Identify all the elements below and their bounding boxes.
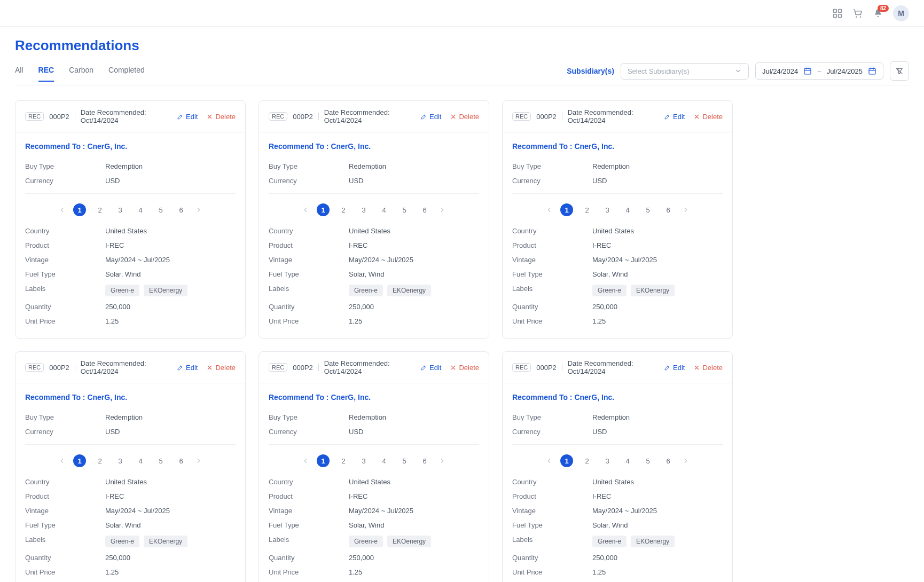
edit-button[interactable]: Edit	[177, 364, 198, 372]
pager-page-3[interactable]: 3	[601, 454, 614, 467]
pager-page-1[interactable]: 1	[73, 454, 86, 467]
pager-prev-icon[interactable]	[302, 457, 309, 465]
close-icon	[206, 364, 213, 371]
pager-page-5[interactable]: 5	[641, 203, 654, 216]
rec-tag: REC	[512, 112, 531, 121]
pager-page-6[interactable]: 6	[418, 203, 431, 216]
pager-page-2[interactable]: 2	[93, 454, 106, 467]
field-fuel-type: Fuel Type Solar, Wind	[25, 518, 236, 532]
pager-page-2[interactable]: 2	[93, 203, 106, 216]
pager-page-4[interactable]: 4	[621, 454, 634, 467]
tab-carbon[interactable]: Carbon	[69, 66, 93, 82]
recommendation-code: 000P2	[49, 364, 69, 372]
pager-page-2[interactable]: 2	[337, 454, 350, 467]
pager-page-4[interactable]: 4	[378, 454, 390, 467]
edit-button[interactable]: Edit	[420, 113, 441, 121]
rec-tag: REC	[512, 363, 531, 372]
field-quantity: Quantity 250,000	[269, 550, 479, 565]
pager-page-3[interactable]: 3	[357, 454, 370, 467]
filter-reset-button[interactable]	[890, 61, 909, 81]
filters: Subsidiary(s) Select Subsidiary(s) Jul/2…	[567, 61, 909, 85]
pager-page-4[interactable]: 4	[621, 203, 634, 216]
pager-page-1[interactable]: 1	[73, 203, 86, 216]
pager-prev-icon[interactable]	[545, 206, 553, 214]
pager-next-icon[interactable]	[682, 457, 690, 465]
pager-page-3[interactable]: 3	[114, 454, 127, 467]
delete-button[interactable]: Delete	[693, 113, 723, 121]
label-chip: EKOenergy	[144, 285, 187, 296]
field-product: Product I-REC	[25, 489, 236, 504]
date-recommended: Date Recommended: Oct/14/2024	[324, 359, 415, 375]
pager-page-5[interactable]: 5	[154, 203, 167, 216]
pager-page-4[interactable]: 4	[378, 203, 390, 216]
delete-button[interactable]: Delete	[206, 364, 236, 372]
pager-page-2[interactable]: 2	[581, 454, 593, 467]
delete-button[interactable]: Delete	[206, 113, 236, 121]
field-country: Country United States	[25, 224, 236, 238]
edit-button[interactable]: Edit	[664, 364, 685, 372]
pager-page-2[interactable]: 2	[581, 203, 593, 216]
tab-all[interactable]: All	[15, 66, 24, 82]
subsidiary-select[interactable]: Select Subsidiary(s)	[621, 63, 749, 80]
pager-page-3[interactable]: 3	[357, 203, 370, 216]
field-buy-type: Buy Type Redemption	[269, 159, 479, 174]
pager-page-5[interactable]: 5	[398, 203, 411, 216]
pager-page-6[interactable]: 6	[662, 454, 675, 467]
delete-button[interactable]: Delete	[450, 113, 479, 121]
recommend-to: Recommend To : CnerG, Inc.	[512, 142, 723, 151]
pager-next-icon[interactable]	[195, 206, 202, 214]
pager-page-3[interactable]: 3	[114, 203, 127, 216]
pager-page-6[interactable]: 6	[662, 203, 675, 216]
edit-button[interactable]: Edit	[177, 113, 198, 121]
recommendation-card: REC 000P2 Date Recommended: Oct/14/2024 …	[502, 351, 733, 582]
pager-page-5[interactable]: 5	[154, 454, 167, 467]
field-unit-price: Unit Price 1.25	[269, 314, 479, 328]
card-header: REC 000P2 Date Recommended: Oct/14/2024 …	[259, 352, 489, 383]
field-quantity: Quantity 250,000	[25, 300, 236, 314]
pager-page-1[interactable]: 1	[560, 454, 573, 467]
label-chip: Green-e	[105, 536, 139, 547]
delete-button[interactable]: Delete	[693, 364, 723, 372]
pager-page-5[interactable]: 5	[398, 454, 411, 467]
avatar[interactable]: M	[893, 5, 909, 21]
label-chip: Green-e	[592, 536, 627, 547]
date-range-picker[interactable]: Jul/24/2024 ~ Jul/24/2025	[755, 62, 883, 80]
card-header: REC 000P2 Date Recommended: Oct/14/2024 …	[15, 352, 245, 383]
recommendation-card: REC 000P2 Date Recommended: Oct/14/2024 …	[502, 100, 733, 339]
field-vintage: Vintage May/2024 ~ Jul/2025	[512, 253, 723, 267]
pager-page-2[interactable]: 2	[337, 203, 350, 216]
pager-page-4[interactable]: 4	[134, 203, 147, 216]
edit-button[interactable]: Edit	[420, 364, 441, 372]
field-labels: Labels Green-e EKOenergy	[512, 532, 723, 550]
pager-next-icon[interactable]	[438, 206, 446, 214]
pager-page-1[interactable]: 1	[317, 203, 330, 216]
pager-page-4[interactable]: 4	[134, 454, 147, 467]
card-actions: Edit Delete	[177, 113, 236, 121]
edit-button[interactable]: Edit	[664, 113, 685, 121]
pager-next-icon[interactable]	[195, 457, 202, 465]
close-icon	[206, 113, 213, 120]
pager-prev-icon[interactable]	[58, 457, 66, 465]
pager-page-6[interactable]: 6	[418, 454, 431, 467]
pager-page-6[interactable]: 6	[175, 454, 187, 467]
pager-prev-icon[interactable]	[545, 457, 553, 465]
delete-button[interactable]: Delete	[450, 364, 479, 372]
recommend-to: Recommend To : CnerG, Inc.	[512, 393, 723, 402]
pager-next-icon[interactable]	[682, 206, 690, 214]
pager-page-6[interactable]: 6	[175, 203, 187, 216]
tab-rec[interactable]: REC	[38, 66, 54, 82]
pager-page-1[interactable]: 1	[560, 203, 573, 216]
pager-page-1[interactable]: 1	[317, 454, 330, 467]
pager-prev-icon[interactable]	[58, 206, 66, 214]
pager-prev-icon[interactable]	[302, 206, 309, 214]
field-vintage: Vintage May/2024 ~ Jul/2025	[269, 504, 479, 518]
cart-icon[interactable]	[852, 8, 863, 19]
tab-completed[interactable]: Completed	[108, 66, 145, 82]
pager-next-icon[interactable]	[438, 457, 446, 465]
pager-page-3[interactable]: 3	[601, 203, 614, 216]
pager-page-5[interactable]: 5	[641, 454, 654, 467]
grid-icon[interactable]	[832, 8, 843, 19]
notification-bell-icon[interactable]: 82	[873, 8, 883, 19]
recommendation-code: 000P2	[293, 113, 313, 121]
card-pager: 1 2 3 4 5 6	[512, 201, 723, 224]
